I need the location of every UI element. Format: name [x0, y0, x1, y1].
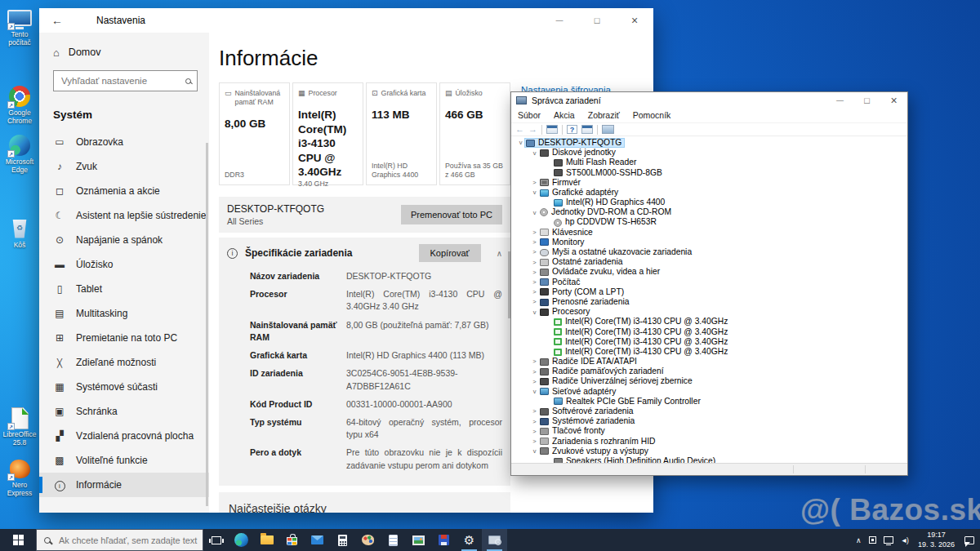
- device-tree-item[interactable]: > Softvérové zariadenia: [511, 407, 907, 416]
- device-tree-item[interactable]: > Radiče pamäťových zariadení: [511, 367, 907, 376]
- tree-expander-icon[interactable]: v: [530, 210, 539, 216]
- sidebar-item[interactable]: Zdieľané možnosti: [39, 350, 209, 375]
- help-icon[interactable]: ?: [567, 125, 577, 134]
- desktop-icon-this-pc[interactable]: Tento počítač: [1, 7, 38, 47]
- device-tree-item[interactable]: Speakers (High Definition Audio Device): [511, 456, 907, 463]
- taskbar-calculator-button[interactable]: [330, 529, 355, 551]
- sidebar-item[interactable]: Asistent na lepšie sústredenie: [39, 203, 209, 228]
- menu-help[interactable]: Pomocník: [626, 110, 678, 120]
- tree-expander-icon[interactable]: v: [516, 140, 525, 146]
- start-button[interactable]: [0, 529, 36, 551]
- tree-expander-icon[interactable]: v: [530, 189, 539, 196]
- device-tree-item[interactable]: > Počítač: [511, 278, 907, 287]
- network-icon[interactable]: [884, 536, 893, 544]
- device-tree-item[interactable]: v Zvukové vstupy a výstupy: [511, 447, 907, 456]
- tree-expander-icon[interactable]: >: [530, 358, 539, 365]
- task-view-button[interactable]: [203, 529, 229, 551]
- tree-expander-icon[interactable]: v: [530, 389, 539, 395]
- desktop-icon-edge[interactable]: Microsoft Edge: [1, 134, 38, 175]
- device-tree-item[interactable]: > Myši a ostatné ukazovacie zariadenia: [511, 247, 907, 257]
- device-tree-item[interactable]: hp CDDVDW TS-H653R: [511, 218, 907, 228]
- properties-icon[interactable]: [581, 125, 593, 134]
- sidebar-item[interactable]: Tablet: [39, 277, 209, 301]
- taskbar-file-manager-button[interactable]: [431, 529, 457, 551]
- device-tree-item[interactable]: > Ostatné zariadenia: [511, 257, 907, 267]
- copy-button[interactable]: Kopírovať: [419, 244, 481, 262]
- taskbar-clock[interactable]: 19:17 19. 3. 2026: [915, 531, 957, 549]
- desktop-icon-libreoffice[interactable]: LibreOffice 25.8: [1, 407, 38, 447]
- tree-expander-icon[interactable]: >: [530, 419, 539, 425]
- tree-expander-icon[interactable]: >: [530, 180, 539, 186]
- sidebar-item[interactable]: Multitasking: [39, 301, 209, 326]
- settings-titlebar[interactable]: ← Nastavenia: [39, 8, 653, 33]
- device-tree-item[interactable]: > Porty (COM a LPT): [511, 287, 907, 297]
- menu-file[interactable]: Súbor: [511, 110, 547, 120]
- device-tree-item[interactable]: > Klávesnice: [511, 228, 907, 238]
- menu-action[interactable]: Akcia: [547, 110, 581, 120]
- rename-pc-button[interactable]: Premenovať toto PC: [401, 205, 502, 224]
- tree-expander-icon[interactable]: >: [530, 279, 539, 286]
- device-tree-item[interactable]: > Radiče IDE ATA/ATAPI: [511, 357, 907, 367]
- device-tree-item[interactable]: Intel(R) Core(TM) i3-4130 CPU @ 3.40GHz: [511, 327, 907, 337]
- back-arrow-icon[interactable]: ←: [515, 125, 524, 134]
- sidebar-item[interactable]: Informácie: [39, 473, 209, 497]
- device-tree-item[interactable]: > Radiče Univerzálnej sériovej zbernice: [511, 377, 907, 387]
- taskbar-image-viewer-button[interactable]: [406, 529, 431, 551]
- device-tree-item[interactable]: > Ovládače zvuku, videa a hier: [511, 267, 907, 277]
- back-arrow-icon[interactable]: ←: [39, 14, 75, 27]
- tree-expander-icon[interactable]: >: [530, 408, 539, 415]
- device-tree-item[interactable]: v Sieťové adaptéry: [511, 387, 907, 397]
- menu-view[interactable]: Zobraziť: [581, 110, 626, 120]
- minimize-button[interactable]: [826, 92, 853, 108]
- sidebar-item[interactable]: Zvuk: [39, 154, 209, 179]
- tree-expander-icon[interactable]: v: [530, 309, 539, 316]
- close-button[interactable]: [880, 92, 907, 108]
- settings-search-input[interactable]: [60, 75, 185, 87]
- taskbar-mail-button[interactable]: [305, 529, 330, 551]
- device-tree-item[interactable]: > Tlačové fronty: [511, 426, 907, 436]
- collapse-chevron-icon[interactable]: ∧: [497, 249, 502, 258]
- taskbar-paint-button[interactable]: [355, 529, 381, 551]
- sidebar-item[interactable]: Systémové súčasti: [39, 375, 209, 399]
- tree-expander-icon[interactable]: >: [530, 369, 539, 375]
- sidebar-item[interactable]: Voliteľné funkcie: [39, 448, 209, 473]
- sidebar-scrollbar[interactable]: [206, 143, 208, 506]
- device-tree-item[interactable]: > Monitory: [511, 238, 907, 247]
- close-button[interactable]: [616, 8, 653, 33]
- taskbar-edge-button[interactable]: [229, 529, 254, 551]
- sidebar-item[interactable]: Schránka: [39, 399, 209, 424]
- tree-expander-icon[interactable]: >: [530, 438, 539, 445]
- device-tree-item[interactable]: v Jednotky DVD-ROM a CD-ROM: [511, 207, 907, 217]
- speaker-icon[interactable]: ◄): [901, 536, 908, 544]
- taskbar-store-button[interactable]: [279, 529, 305, 551]
- device-tree-item[interactable]: v Grafické adaptéry: [511, 188, 907, 198]
- tree-expander-icon[interactable]: >: [530, 249, 539, 256]
- tray-app-icon[interactable]: [869, 536, 876, 544]
- device-tree-item[interactable]: Realtek PCIe GbE Family Controller: [511, 397, 907, 407]
- tree-expander-icon[interactable]: v: [530, 448, 539, 455]
- device-tree-item[interactable]: > Systémové zariadenia: [511, 416, 907, 426]
- device-tree-item[interactable]: > Prenosné zariadenia: [511, 297, 907, 307]
- device-tree-item[interactable]: Multi Flash Reader: [511, 158, 907, 167]
- desktop-icon-chrome[interactable]: Google Chrome: [1, 85, 38, 126]
- device-tree-item[interactable]: > Firmvér: [511, 178, 907, 188]
- tree-expander-icon[interactable]: >: [530, 299, 539, 305]
- device-manager-titlebar[interactable]: Správca zariadení: [511, 92, 907, 108]
- desktop-icon-recycle-bin[interactable]: Kôš: [1, 217, 38, 250]
- taskbar-search-input[interactable]: [57, 535, 203, 546]
- device-tree-item[interactable]: v Procesory: [511, 307, 907, 317]
- device-tree-item[interactable]: ST500LM000-SSHD-8GB: [511, 168, 907, 178]
- device-tree-item[interactable]: Intel(R) Core(TM) i3-4130 CPU @ 3.40GHz: [511, 337, 907, 347]
- tree-expander-icon[interactable]: >: [530, 289, 539, 295]
- taskbar-file-explorer-button[interactable]: [254, 529, 279, 551]
- desktop-icon-nero-express[interactable]: Nero Express: [1, 457, 38, 498]
- action-center-icon[interactable]: [964, 536, 974, 544]
- device-tree-item[interactable]: Intel(R) Core(TM) i3-4130 CPU @ 3.40GHz: [511, 317, 907, 327]
- device-tree-item[interactable]: Intel(R) Core(TM) i3-4130 CPU @ 3.40GHz: [511, 347, 907, 357]
- sidebar-item-home[interactable]: ⌂ Domov: [39, 41, 209, 64]
- taskbar-device-manager-button[interactable]: [482, 529, 507, 551]
- taskbar-notepad-button[interactable]: [381, 529, 406, 551]
- sidebar-item[interactable]: Oznámenia a akcie: [39, 179, 209, 203]
- scan-hardware-icon[interactable]: [602, 125, 614, 134]
- device-tree-item[interactable]: > Zariadenia s rozhraním HID: [511, 437, 907, 447]
